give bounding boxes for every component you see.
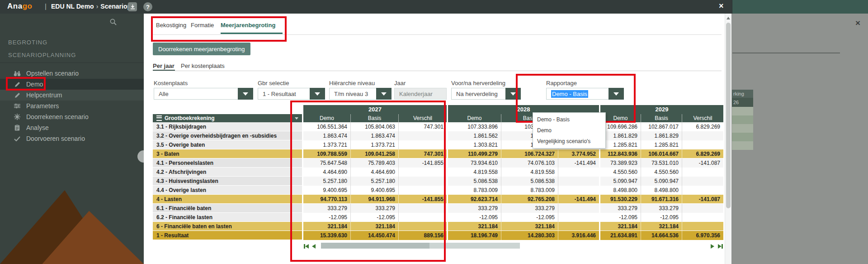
background-close-icon: × bbox=[855, 18, 860, 28]
voor-na-herverdeling-select[interactable]: Na herverdeling bbox=[451, 88, 521, 100]
help-icon[interactable]: ? bbox=[143, 2, 152, 11]
table-row: 1 - Resultaat15.339.63014.450.474889.156… bbox=[153, 231, 723, 240]
download-icon[interactable] bbox=[128, 2, 137, 11]
pager-prev-button[interactable] bbox=[312, 243, 319, 249]
background-table-row-fragment bbox=[732, 133, 753, 141]
value-cell: 4.464.690 bbox=[303, 168, 351, 177]
value-cell: -141.087 bbox=[682, 195, 723, 204]
sidebar-section-scenarioplanning[interactable]: SCENARIOPLANNING bbox=[8, 52, 76, 58]
hierarchie-niveau-select[interactable]: T/m niveau 3 bbox=[329, 88, 392, 100]
sidebar-item-doorvoeren-scenario[interactable]: Doorvoeren scenario bbox=[0, 133, 144, 144]
value-cell: 1.285.821 bbox=[641, 140, 682, 149]
sidebar-item-helpcentrum[interactable]: Helpcentrum bbox=[0, 90, 144, 101]
close-icon[interactable]: × bbox=[719, 1, 724, 11]
value-cell bbox=[682, 186, 723, 195]
column-header-basis: Basis bbox=[351, 114, 399, 122]
sort-icon[interactable] bbox=[295, 117, 298, 120]
search-icon[interactable] bbox=[110, 19, 117, 25]
sidebar-divider bbox=[0, 62, 144, 63]
value-cell bbox=[558, 177, 599, 186]
value-cell bbox=[399, 204, 447, 213]
horizontal-scrollbar-thumb[interactable] bbox=[321, 243, 429, 249]
sidebar-item-parameters[interactable]: Parameters bbox=[0, 101, 144, 111]
horizontal-scrollbar-track[interactable] bbox=[429, 243, 520, 249]
gear-icon bbox=[14, 114, 21, 120]
vertical-scrollbar[interactable] bbox=[725, 14, 731, 264]
kostenplaats-value: Alle bbox=[154, 91, 238, 97]
pager-last-button[interactable] bbox=[718, 243, 725, 249]
sidebar-item-label: Analyse bbox=[26, 124, 49, 131]
dropdown-option-demo[interactable]: Demo bbox=[533, 125, 605, 136]
background-table-row-fragment bbox=[732, 107, 753, 115]
check-icon bbox=[14, 136, 21, 141]
vertical-scrollbar-thumb[interactable] bbox=[726, 23, 731, 208]
pager-first-button[interactable] bbox=[304, 243, 311, 249]
breadcrumb-root[interactable]: EDU NL Demo bbox=[51, 3, 94, 10]
active-tab-underline bbox=[221, 33, 283, 34]
recalculate-button[interactable]: Doorrekenen meerjarenbegroting bbox=[153, 43, 250, 55]
value-cell: 321.184 bbox=[600, 222, 641, 231]
value-cell: 333.279 bbox=[351, 204, 399, 213]
rapportage-select[interactable]: Demo - Basis bbox=[546, 88, 624, 100]
sidebar-item-label: Parameters bbox=[26, 102, 59, 110]
value-cell: 4.464.690 bbox=[351, 168, 399, 177]
row-label: 3.5 - Overige baten bbox=[153, 140, 302, 149]
value-cell: 75.789.403 bbox=[351, 158, 399, 168]
scenario-modal: Bekostiging Formatie Meerjarenbegroting … bbox=[144, 14, 725, 264]
row-label: 4.2 - Afschrijvingen bbox=[153, 168, 302, 177]
menu-icon[interactable] bbox=[156, 115, 162, 121]
value-cell: 1.861.829 bbox=[600, 131, 641, 140]
value-cell bbox=[399, 140, 447, 149]
value-cell: -141.855 bbox=[399, 158, 447, 168]
value-cell: 889.156 bbox=[399, 231, 447, 240]
row-label: 6.2 - Financiële lasten bbox=[153, 213, 302, 222]
chevron-down-icon[interactable] bbox=[505, 88, 521, 100]
sidebar: BEGROTING SCENARIOPLANNING Opstellen sce… bbox=[0, 14, 144, 264]
value-cell: 333.279 bbox=[641, 204, 682, 213]
value-cell: 1.285.821 bbox=[600, 140, 641, 149]
sidebar-item-analyse[interactable]: Analyse bbox=[0, 122, 144, 133]
chevron-down-icon[interactable] bbox=[376, 88, 392, 100]
value-cell: 8.498.800 bbox=[600, 186, 641, 195]
table-row: 4.2 - Afschrijvingen4.464.6904.464.6904.… bbox=[153, 168, 723, 177]
value-cell: 92.623.714 bbox=[448, 195, 501, 204]
chevron-down-icon[interactable] bbox=[238, 88, 253, 100]
value-cell: 109.041.258 bbox=[351, 149, 399, 158]
value-cell: 8.783.009 bbox=[448, 186, 501, 195]
gbr-selectie-select[interactable]: 1 - Resultaat bbox=[258, 88, 325, 100]
value-cell: 107.333.896 bbox=[448, 122, 501, 131]
kostenplaats-select[interactable]: Alle bbox=[154, 88, 253, 100]
top-bar-right: wo 22 apr 2026 test@test.nl bbox=[732, 0, 868, 14]
value-cell: 5.090.947 bbox=[600, 177, 641, 186]
value-cell: 4.819.558 bbox=[501, 168, 558, 177]
rapportage-value: Demo - Basis bbox=[551, 90, 588, 98]
subtab-per-kostenplaats[interactable]: Per kostenplaats bbox=[181, 62, 225, 69]
dropdown-option-vergelijking[interactable]: Vergelijking scenario's bbox=[533, 136, 605, 147]
tab-meerjarenbegroting[interactable]: Meerjarenbegroting bbox=[221, 22, 275, 29]
value-cell: -141.494 bbox=[558, 158, 599, 168]
pencil-icon bbox=[14, 82, 21, 87]
filter-label-kostenplaats: Kostenplaats bbox=[154, 80, 188, 86]
value-cell bbox=[399, 222, 447, 231]
chevron-down-icon[interactable] bbox=[609, 88, 624, 100]
tab-bekostiging[interactable]: Bekostiging bbox=[156, 22, 186, 29]
pager-next-button[interactable] bbox=[711, 243, 718, 249]
sidebar-item-opstellen-scenario[interactable]: Opstellen scenario bbox=[0, 68, 144, 79]
table-row: 3.1 - Rijksbijdragen106.551.364105.804.0… bbox=[153, 122, 723, 131]
app-root: Anago | EDU NL Demo›Scenariop ? × wo 22 … bbox=[0, 0, 868, 264]
sidebar-section-begroting[interactable]: BEGROTING bbox=[8, 39, 47, 46]
subtab-per-jaar[interactable]: Per jaar bbox=[153, 62, 175, 69]
logo-divider: | bbox=[45, 2, 47, 10]
pencil-icon bbox=[14, 92, 21, 98]
tab-formatie[interactable]: Formatie bbox=[191, 22, 214, 29]
background-table-header-fragment: rking bbox=[732, 90, 753, 98]
grootboekrekening-header[interactable]: Grootboekrekening bbox=[153, 114, 302, 122]
sidebar-item-demo[interactable]: Demo bbox=[0, 79, 144, 90]
sidebar-item-doorrekenen-scenario[interactable]: Doorrekenen scenario bbox=[0, 111, 144, 122]
filter-label-hierarchie-niveau: Hiërarchie niveau bbox=[329, 80, 375, 86]
value-cell: 3.774.952 bbox=[558, 149, 599, 158]
dropdown-option-demo-basis[interactable]: Demo - Basis bbox=[533, 114, 605, 125]
value-cell: 5.257.180 bbox=[303, 177, 351, 186]
scroll-up-icon[interactable] bbox=[726, 17, 730, 19]
chevron-down-icon[interactable] bbox=[310, 88, 325, 100]
